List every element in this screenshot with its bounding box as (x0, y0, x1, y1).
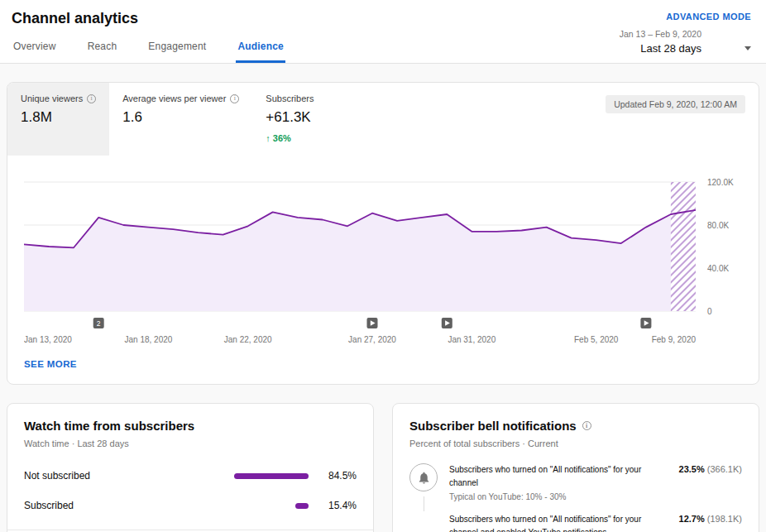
x-tick-label: Jan 27, 2020 (348, 335, 396, 344)
row-value: 12.7% (198.1K) (679, 513, 742, 524)
card-title: Subscriber bell notifications (409, 419, 577, 433)
info-icon (230, 94, 239, 103)
tab-audience[interactable]: Audience (236, 32, 285, 63)
svg-text:2: 2 (97, 319, 101, 328)
chart-marker-video[interactable] (442, 318, 452, 328)
row-value: 15.4% (322, 500, 357, 511)
y-tick-label: 40.0K (707, 264, 729, 273)
audience-overview-card: Updated Feb 9, 2020, 12:00 AM Unique vie… (7, 82, 759, 385)
row-typical: Typical on YouTube: 10% - 30% (449, 492, 669, 501)
x-tick-label: Feb 5, 2020 (574, 335, 619, 344)
info-icon (87, 94, 96, 103)
bell-icon-glyph (417, 471, 431, 485)
date-preset: Last 28 days (620, 42, 701, 55)
tab-overview[interactable]: Overview (12, 32, 58, 63)
metric-value: 1.8M (21, 109, 96, 126)
bell-notifications-card: Subscriber bell notifications Percent of… (392, 403, 759, 532)
advanced-mode-link[interactable]: ADVANCED MODE (666, 8, 751, 22)
date-range-picker[interactable]: Jan 13 – Feb 9, 2020 Last 28 days (620, 29, 751, 63)
not-subscribed-bar (234, 473, 309, 479)
tab-reach[interactable]: Reach (86, 32, 119, 63)
table-row[interactable]: Not subscribed 84.5% (24, 470, 357, 482)
page-title: Channel analytics (12, 8, 138, 27)
delta-value: 36% (273, 133, 291, 143)
y-tick-label: 0 (707, 307, 712, 316)
chart-marker-video[interactable] (367, 318, 378, 328)
chevron-down-icon[interactable] (744, 46, 751, 50)
pct-value: 12.7% (679, 514, 705, 524)
row-label: Subscribers who turned on "All notificat… (449, 513, 669, 532)
x-tick-label: Feb 9, 2020 (652, 335, 697, 344)
metric-label: Subscribers (266, 93, 314, 103)
analytics-tabs: Overview Reach Engagement Audience (12, 32, 285, 63)
card-subtitle: Watch time · Last 28 days (24, 439, 357, 448)
metric-value: +61.3K (266, 109, 338, 126)
list-item: Subscribers who turned on "All notificat… (409, 463, 742, 501)
trend-chart[interactable]: 120.0K80.0K40.0K02Jan 13, 2020Jan 18, 20… (7, 156, 759, 347)
card-title: Watch time from subscribers (24, 419, 357, 433)
watch-time-rows: Not subscribed 84.5% Subscribed 15.4% (24, 470, 357, 511)
x-tick-label: Jan 22, 2020 (224, 335, 272, 344)
count-value: (366.1K) (707, 464, 742, 474)
chart-marker-count[interactable]: 2 (93, 318, 104, 328)
bar-zone (221, 473, 309, 479)
row-value: 23.5% (366.1K) (679, 463, 742, 474)
row-value: 84.5% (322, 470, 357, 482)
x-tick-label: Jan 18, 2020 (124, 335, 172, 344)
tab-engagement[interactable]: Engagement (146, 32, 208, 63)
subscribed-bar (295, 503, 309, 509)
row-label: Not subscribed (24, 470, 221, 482)
up-arrow-icon (266, 133, 270, 143)
metric-label: Unique viewers (21, 93, 83, 103)
bottom-cards-row: Watch time from subscribers Watch time ·… (7, 403, 759, 532)
see-more-link[interactable]: SEE MORE (7, 347, 93, 384)
date-range-text: Jan 13 – Feb 9, 2020 (620, 29, 701, 39)
metric-tabs: Unique viewers 1.8M Average views per vi… (7, 83, 759, 156)
count-value: (198.1K) (707, 514, 742, 524)
list-item: Subscribers who turned on "All notificat… (409, 513, 742, 532)
topbar: Channel analytics ADVANCED MODE Overview… (0, 0, 766, 64)
subscribers-delta: 36% (266, 133, 338, 143)
metric-subscribers[interactable]: Subscribers +61.3K 36% (252, 83, 352, 156)
updated-badge: Updated Feb 9, 2020, 12:00 AM (606, 95, 745, 113)
x-tick-label: Jan 31, 2020 (448, 335, 496, 344)
trend-chart-svg[interactable]: 120.0K80.0K40.0K02Jan 13, 2020Jan 18, 20… (24, 177, 742, 347)
y-tick-label: 120.0K (707, 178, 734, 187)
bar-zone (221, 503, 309, 509)
card-subtitle: Percent of total subscribers · Current (409, 439, 742, 448)
x-tick-label: Jan 13, 2020 (24, 335, 72, 344)
metric-label: Average views per viewer (122, 93, 226, 103)
bell-icon (409, 463, 438, 491)
row-label: Subscribers who turned on "All notificat… (449, 463, 669, 490)
metric-value: 1.6 (122, 109, 239, 126)
analytics-content: Updated Feb 9, 2020, 12:00 AM Unique vie… (0, 82, 766, 532)
metric-unique-viewers[interactable]: Unique viewers 1.8M (7, 83, 109, 156)
row-label: Subscribed (24, 500, 221, 511)
bell-rows: Subscribers who turned on "All notificat… (409, 463, 742, 532)
table-row[interactable]: Subscribed 15.4% (24, 500, 357, 511)
pct-value: 23.5% (679, 464, 705, 474)
chart-marker-video[interactable] (640, 318, 651, 328)
y-tick-label: 80.0K (707, 221, 729, 230)
partial-data-hatch (671, 182, 696, 311)
metric-average-views-per-viewer[interactable]: Average views per viewer 1.6 (109, 83, 252, 156)
info-icon (582, 421, 591, 430)
watch-time-card: Watch time from subscribers Watch time ·… (7, 403, 374, 532)
